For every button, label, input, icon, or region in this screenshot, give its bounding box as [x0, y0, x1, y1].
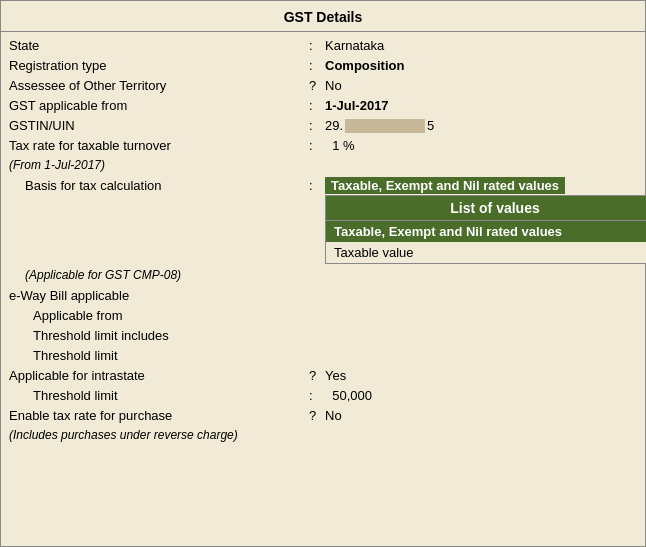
- basis-tax-selected[interactable]: Taxable, Exempt and Nil rated values: [325, 177, 565, 194]
- basis-tax-label: Basis for tax calculation: [9, 178, 309, 193]
- gstin-suffix: 5: [427, 118, 434, 133]
- gstin-prefix: 29.: [325, 118, 343, 133]
- threshold-limit2-label: Threshold limit: [9, 388, 309, 403]
- registration-type-value: Composition: [325, 58, 637, 73]
- state-row: State : Karnataka: [9, 36, 637, 56]
- state-value: Karnataka: [325, 38, 637, 53]
- reverse-charge-row: (Includes purchases under reverse charge…: [9, 426, 637, 446]
- applicable-from-label: Applicable from: [9, 308, 309, 323]
- dropdown-item-1[interactable]: Taxable, Exempt and Nil rated values: [326, 221, 646, 242]
- state-label: State: [9, 38, 309, 53]
- gstin-value: 29. 5: [325, 118, 637, 133]
- gstin-masked: [345, 119, 425, 133]
- applicable-gst-row: (Applicable for GST CMP-08): [9, 266, 637, 286]
- enable-tax-value: No: [325, 408, 637, 423]
- registration-type-label: Registration type: [9, 58, 309, 73]
- applicable-from-row: Applicable from: [9, 306, 637, 326]
- registration-type-row: Registration type : Composition: [9, 56, 637, 76]
- from-date-label: (From 1-Jul-2017): [9, 158, 309, 172]
- applicable-intrastate-label: Applicable for intrastate: [9, 368, 309, 383]
- applicable-intrastate-colon: ?: [309, 368, 325, 383]
- assessee-value: No: [325, 78, 637, 93]
- enable-tax-label: Enable tax rate for purchase: [9, 408, 309, 423]
- dropdown-item-2[interactable]: Taxable value: [326, 242, 646, 263]
- basis-tax-row: Basis for tax calculation : Taxable, Exe…: [9, 176, 637, 266]
- reverse-charge-label: (Includes purchases under reverse charge…: [9, 428, 309, 442]
- applicable-intrastate-row: Applicable for intrastate ? Yes: [9, 366, 637, 386]
- eway-bill-row: e-Way Bill applicable: [9, 286, 637, 306]
- threshold-includes-row: Threshold limit includes: [9, 326, 637, 346]
- threshold-limit2-row: Threshold limit : 50,000: [9, 386, 637, 406]
- threshold-limit2-colon: :: [309, 388, 325, 403]
- threshold-limit2-value: 50,000: [325, 388, 637, 403]
- basis-dropdown[interactable]: List of values Taxable, Exempt and Nil r…: [325, 195, 646, 264]
- dropdown-title: List of values: [325, 195, 646, 221]
- enable-tax-colon: ?: [309, 408, 325, 423]
- tax-rate-colon: :: [309, 138, 325, 153]
- registration-type-colon: :: [309, 58, 325, 73]
- dropdown-list: Taxable, Exempt and Nil rated values Tax…: [325, 221, 646, 264]
- basis-tax-value-wrapper: Taxable, Exempt and Nil rated values Lis…: [325, 178, 646, 264]
- tax-rate-value: 1 %: [325, 138, 637, 153]
- gst-applicable-label: GST applicable from: [9, 98, 309, 113]
- tax-rate-row: Tax rate for taxable turnover : 1 %: [9, 136, 637, 156]
- state-colon: :: [309, 38, 325, 53]
- applicable-gst-label: (Applicable for GST CMP-08): [9, 268, 309, 282]
- enable-tax-row: Enable tax rate for purchase ? No: [9, 406, 637, 426]
- eway-bill-label: e-Way Bill applicable: [9, 288, 309, 303]
- tax-rate-label: Tax rate for taxable turnover: [9, 138, 309, 153]
- gstin-row: GSTIN/UIN : 29. 5: [9, 116, 637, 136]
- threshold-limit-label: Threshold limit: [9, 348, 309, 363]
- gst-details-panel: GST Details State : Karnataka Registrati…: [0, 0, 646, 547]
- assessee-label: Assessee of Other Territory: [9, 78, 309, 93]
- gst-applicable-value: 1-Jul-2017: [325, 98, 637, 113]
- basis-tax-colon: :: [309, 178, 325, 193]
- assessee-colon: ?: [309, 78, 325, 93]
- gstin-label: GSTIN/UIN: [9, 118, 309, 133]
- gst-applicable-colon: :: [309, 98, 325, 113]
- gst-applicable-row: GST applicable from : 1-Jul-2017: [9, 96, 637, 116]
- assessee-row: Assessee of Other Territory ? No: [9, 76, 637, 96]
- applicable-intrastate-value: Yes: [325, 368, 637, 383]
- from-date-row: (From 1-Jul-2017): [9, 156, 637, 176]
- panel-title: GST Details: [1, 1, 645, 32]
- gst-content: State : Karnataka Registration type : Co…: [1, 32, 645, 450]
- gstin-colon: :: [309, 118, 325, 133]
- threshold-limit-row: Threshold limit: [9, 346, 637, 366]
- threshold-includes-label: Threshold limit includes: [9, 328, 309, 343]
